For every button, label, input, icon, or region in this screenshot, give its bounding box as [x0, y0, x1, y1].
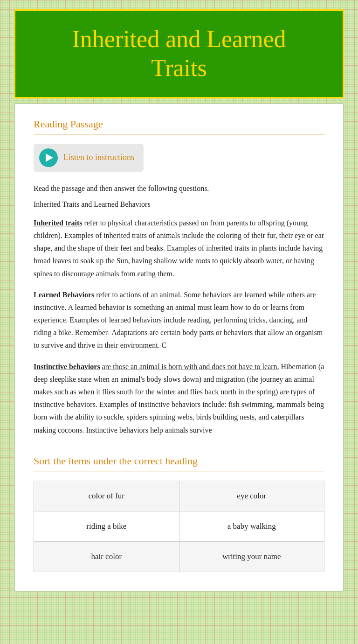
instinctive-behaviors-bold: Instinctive behaviors [34, 363, 100, 371]
sort-section-heading: Sort the items under the correct heading [34, 455, 324, 467]
content-card: Reading Passage Listen to instructions R… [14, 103, 344, 592]
play-triangle-icon [46, 154, 53, 162]
page-title: Inherited and Learned Traits [34, 25, 324, 83]
title-line1: Inherited and Learned [72, 26, 286, 52]
passage-intro: Read the passage and then answer the fol… [34, 183, 324, 194]
sort-divider [34, 471, 324, 471]
passage-para-1-text: refer to physical characteristics passed… [34, 219, 324, 278]
sort-table-row: hair colorwriting your name [34, 541, 324, 572]
sort-table-row: color of fureye color [34, 481, 324, 511]
sort-cell-right[interactable]: eye color [179, 481, 324, 511]
sort-table-row: riding a bikea baby walking [34, 511, 324, 541]
passage-para-2-text: refer to actions of an animal. Some beha… [34, 291, 323, 350]
sort-cell-right[interactable]: writing your name [179, 541, 324, 572]
listen-label: Listen to instructions [63, 153, 134, 162]
instinctive-behaviors-underline: are those an animal is born with and doe… [102, 363, 279, 371]
sort-cell-left[interactable]: riding a bike [34, 511, 179, 541]
passage-para-1: Inherited traits refer to physical chara… [34, 217, 324, 280]
sort-section: Sort the items under the correct heading… [34, 455, 324, 572]
title-block: Inherited and Learned Traits [14, 9, 344, 98]
sort-table: color of fureye colorriding a bikea baby… [34, 481, 324, 572]
title-line2: Traits [151, 55, 207, 81]
page-wrapper: Inherited and Learned Traits Reading Pas… [0, 0, 358, 644]
play-icon [39, 148, 58, 167]
passage-para-2: Learned Behaviors refer to actions of an… [34, 288, 324, 352]
sort-cell-left[interactable]: color of fur [34, 481, 179, 511]
reading-passage-heading: Reading Passage [34, 118, 324, 130]
passage-para-3-text: Hibernation (a deep sleeplike state when… [34, 363, 324, 434]
sort-cell-left[interactable]: hair color [34, 541, 179, 572]
passage-subtitle: Inherited Traits and Learned Behaviors [34, 199, 324, 210]
sort-cell-right[interactable]: a baby walking [179, 511, 324, 541]
listen-button[interactable]: Listen to instructions [34, 144, 144, 172]
heading-divider [34, 134, 324, 134]
inherited-traits-bold: Inherited traits [34, 219, 82, 227]
learned-behaviors-bold: Learned Behaviors [34, 291, 94, 299]
passage-para-3: Instinctive behaviors are those an anima… [34, 360, 324, 436]
